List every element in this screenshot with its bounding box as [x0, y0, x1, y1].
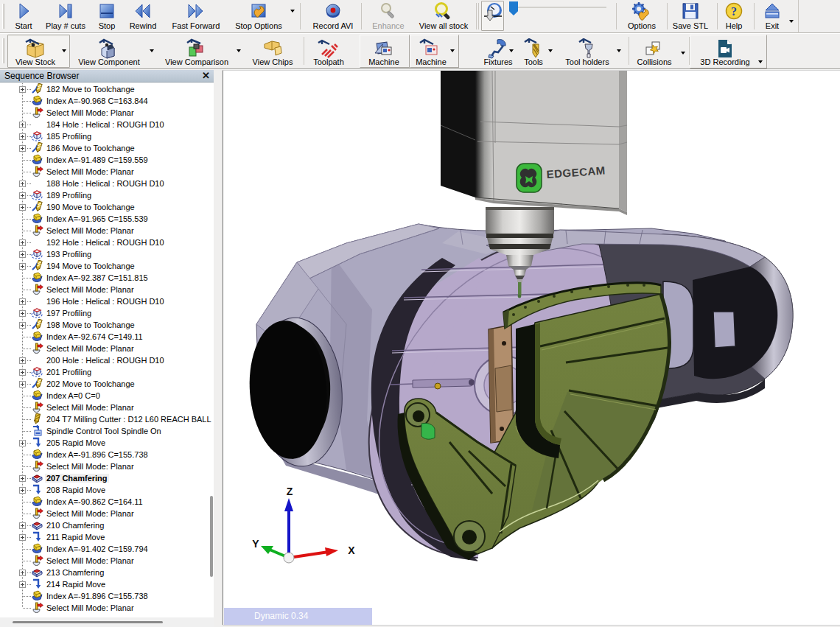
svg-text:Z: Z	[287, 486, 293, 497]
svg-text:Y: Y	[252, 538, 259, 550]
svg-text:X: X	[348, 544, 355, 556]
svg-text:?: ?	[731, 5, 737, 18]
